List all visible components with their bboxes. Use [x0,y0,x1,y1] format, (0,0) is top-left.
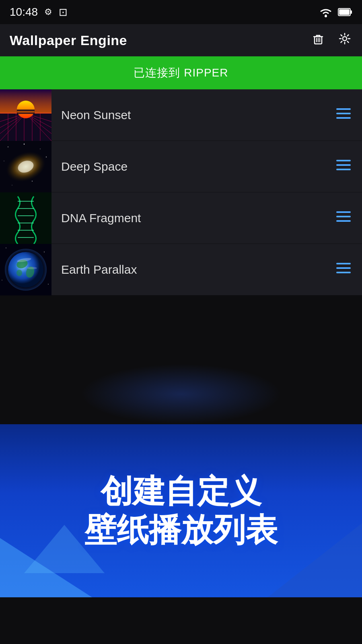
svg-point-31 [40,149,41,149]
screenshot-status-icon: ⊡ [59,6,68,19]
app-bar-actions [311,31,352,50]
menu-icon[interactable] [325,159,362,174]
wallpaper-thumb-deep-space [0,141,51,192]
status-bar: 10:48 ⚙ ⊡ [0,0,362,24]
svg-point-60 [16,270,22,276]
svg-point-57 [8,252,43,287]
settings-status-icon: ⚙ [44,7,52,17]
svg-point-34 [32,181,33,182]
wallpaper-name: Deep Space [51,160,325,173]
menu-icon[interactable] [325,262,362,277]
promo-line1: 创建自定义 [84,472,278,511]
svg-rect-27 [336,117,351,119]
svg-point-33 [4,161,4,161]
wallpaper-name: Neon Sunset [51,108,325,122]
delete-button[interactable] [311,31,326,50]
list-item[interactable]: DNA Fragment [0,192,362,244]
promo-banner: 创建自定义 壁纸播放列表 [0,424,362,597]
wallpaper-thumb-neon-sunset [0,89,51,141]
status-time: 10:48 [10,6,38,19]
menu-icon[interactable] [325,211,362,225]
svg-rect-25 [336,108,351,110]
svg-rect-39 [336,164,351,166]
svg-point-30 [24,143,25,144]
svg-point-54 [2,280,2,280]
svg-rect-64 [336,267,351,269]
svg-point-29 [8,147,8,147]
connection-banner: 已连接到 RIPPER [0,56,362,89]
svg-rect-23 [17,109,35,111]
app-bar: Wallpaper Engine [0,24,362,56]
svg-rect-48 [336,211,351,213]
svg-rect-65 [336,272,351,273]
svg-rect-40 [336,169,351,170]
svg-rect-3 [339,9,350,15]
menu-icon[interactable] [325,107,362,122]
dark-area [0,295,362,424]
svg-rect-24 [17,112,35,114]
wallpaper-name: Earth Parallax [51,263,325,277]
battery-icon [338,8,352,17]
connection-text: 已连接到 RIPPER [134,66,228,79]
status-left: 10:48 ⚙ ⊡ [10,6,68,19]
svg-point-53 [44,252,45,252]
svg-rect-38 [336,160,351,161]
svg-rect-63 [336,263,351,264]
app-title: Wallpaper Engine [10,33,127,48]
list-item[interactable]: Deep Space [0,141,362,192]
svg-rect-2 [350,10,352,14]
wallpaper-name: DNA Fragment [51,211,325,225]
svg-point-32 [46,157,47,157]
wifi-icon [319,6,333,18]
wallpaper-list: Neon Sunset [0,89,362,295]
svg-point-55 [48,284,49,285]
svg-rect-41 [0,192,51,244]
status-right [319,6,352,18]
wallpaper-thumb-dna [0,192,51,244]
svg-point-35 [12,185,12,185]
svg-point-5 [343,37,347,41]
list-item[interactable]: Neon Sunset [0,89,362,141]
svg-rect-26 [336,113,351,114]
svg-point-0 [325,15,327,17]
svg-rect-50 [336,220,351,222]
settings-button[interactable] [337,31,352,50]
svg-point-62 [27,267,37,269]
promo-text: 创建自定义 壁纸播放列表 [84,472,278,549]
svg-point-52 [6,248,6,248]
promo-line2: 壁纸播放列表 [84,511,278,549]
list-item[interactable]: Earth Parallax [0,244,362,295]
wallpaper-thumb-earth [0,244,51,295]
svg-rect-49 [336,216,351,217]
